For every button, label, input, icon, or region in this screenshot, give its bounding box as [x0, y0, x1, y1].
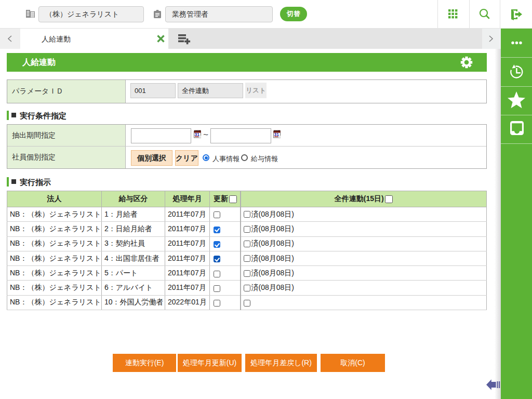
svg-text:31: 31 — [274, 132, 280, 137]
svg-text:31: 31 — [195, 132, 200, 137]
